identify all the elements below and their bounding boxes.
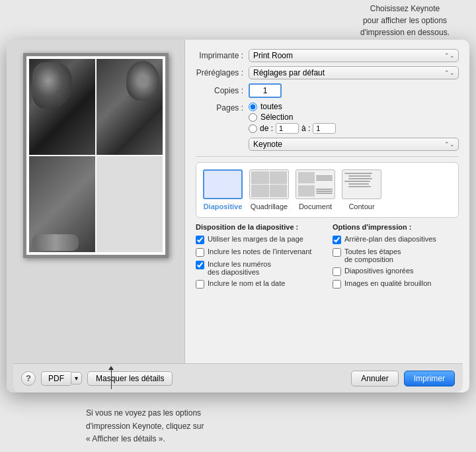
disposition-label-3: Inclure le nom et la date	[208, 279, 285, 287]
pages-selection-row: Sélection	[249, 113, 459, 122]
photo-empty	[97, 156, 163, 252]
impression-checkbox-1[interactable]	[333, 248, 341, 257]
printer-select[interactable]: Print Room	[249, 49, 459, 62]
disposition-label-0: Utiliser les marges de la page	[208, 235, 303, 243]
annuler-button[interactable]: Annuler	[351, 371, 398, 386]
copies-row: Copies :	[196, 83, 459, 98]
layout-document[interactable]: Document	[296, 169, 335, 210]
layout-quadrillage[interactable]: Quadrillage	[249, 169, 289, 210]
keynote-select[interactable]: Keynote	[249, 138, 459, 151]
pages-options: toutes Sélection de : à :	[249, 102, 459, 134]
impression-label-2: Diapositives ignorées	[344, 267, 414, 275]
help-button[interactable]: ?	[21, 371, 36, 386]
photo-lizard	[29, 156, 95, 252]
disposition-checkbox-0[interactable]	[196, 236, 204, 244]
annotation-bottom: Si vous ne voyez pas les options d'impre…	[86, 407, 204, 445]
pages-row: Pages : toutes Sélection de : à :	[196, 102, 459, 134]
impression-checkbox-3[interactable]	[333, 280, 341, 289]
bottom-bar: ? PDF ▾ Masquer les détails Annuler Impr…	[13, 363, 463, 392]
presets-select[interactable]: Réglages par défaut	[249, 66, 459, 79]
printer-select-wrapper: Print Room	[249, 49, 459, 62]
impression-label-3: Images en qualité brouillon	[344, 279, 431, 287]
presets-select-wrapper: Réglages par défaut	[249, 66, 459, 79]
preview-image	[23, 53, 169, 258]
document-label: Document	[299, 203, 332, 210]
masquer-details-button[interactable]: Masquer les détails	[87, 371, 173, 386]
diapositive-label: Diapositive	[204, 203, 243, 210]
disposition-col: Disposition de la diapositive : Utiliser…	[196, 223, 322, 292]
imprimer-button[interactable]: Imprimer	[404, 371, 455, 386]
impression-option-3: Images en qualité brouillon	[333, 279, 459, 289]
impression-option-1: Toutes les étapesde composition	[333, 248, 459, 263]
impression-label-1: Toutes les étapesde composition	[344, 248, 401, 263]
presets-label: Préréglages :	[196, 68, 249, 77]
disposition-option-3: Inclure le nom et la date	[196, 279, 322, 289]
presets-row: Préréglages : Réglages par défaut	[196, 66, 459, 79]
disposition-label-2: Inclure les numérosdes diapositives	[208, 260, 271, 276]
keynote-select-wrapper: Keynote	[249, 138, 459, 151]
printer-row: Imprimante : Print Room	[196, 49, 459, 62]
disposition-option-2: Inclure les numérosdes diapositives	[196, 260, 322, 276]
pdf-button[interactable]: PDF	[41, 371, 71, 386]
annotation-arrow-bottom	[111, 369, 112, 389]
settings-panel: Imprimante : Print Room Préréglages : Ré…	[185, 40, 469, 392]
pages-selection-label: Sélection	[260, 113, 293, 122]
document-icon	[296, 169, 335, 199]
copies-input[interactable]	[249, 83, 282, 98]
impression-title: Options d'impression :	[333, 223, 459, 231]
impression-checkbox-2[interactable]	[333, 267, 341, 276]
pages-all-radio[interactable]	[249, 103, 257, 111]
disposition-title: Disposition de la diapositive :	[196, 223, 322, 231]
options-sections: Disposition de la diapositive : Utiliser…	[196, 223, 459, 292]
preview-panel: « ‹ 1 sur 3 › »	[7, 40, 185, 392]
print-dialog: « ‹ 1 sur 3 › » Imprimante : Print Room	[7, 40, 469, 392]
impression-col: Options d'impression : Arrière-plan des …	[333, 223, 459, 292]
impression-label-0: Arrière-plan des diapositives	[344, 235, 436, 243]
photo-leopard	[29, 59, 95, 155]
disposition-checkbox-1[interactable]	[196, 248, 204, 257]
disposition-checkbox-2[interactable]	[196, 261, 204, 269]
annotation-top: Choisissez Keynote pour afficher les opt…	[360, 0, 450, 38]
divider-1	[196, 156, 459, 157]
copies-label: Copies :	[196, 86, 249, 95]
quadrillage-icon	[249, 169, 289, 199]
impression-option-2: Diapositives ignorées	[333, 267, 459, 276]
pages-all-label: toutes	[260, 102, 282, 111]
impression-option-0: Arrière-plan des diapositives	[333, 235, 459, 244]
pages-label: Pages :	[196, 102, 249, 113]
pages-from-input[interactable]	[276, 123, 299, 134]
pages-to-input[interactable]	[313, 123, 336, 134]
pages-range-row: de : à :	[249, 123, 459, 134]
pdf-dropdown-button[interactable]: ▾	[71, 372, 82, 384]
printer-label: Imprimante :	[196, 51, 249, 60]
disposition-option-0: Utiliser les marges de la page	[196, 235, 322, 244]
disposition-option-1: Inclure les notes de l'intervenant	[196, 248, 322, 257]
pdf-button-group: PDF ▾	[41, 371, 82, 386]
quadrillage-label: Quadrillage	[251, 203, 288, 210]
disposition-label-1: Inclure les notes de l'intervenant	[208, 248, 311, 255]
diapositive-icon	[203, 169, 243, 199]
pages-range-radio[interactable]	[249, 124, 257, 133]
contour-label: Contour	[348, 203, 374, 210]
keynote-row: Keynote	[196, 138, 459, 151]
pages-to-label: à :	[301, 124, 310, 133]
photo-parrot	[97, 59, 163, 155]
pages-from-label: de :	[260, 124, 273, 133]
disposition-checkbox-3[interactable]	[196, 280, 204, 289]
impression-checkbox-0[interactable]	[333, 236, 341, 244]
pages-selection-radio[interactable]	[249, 113, 257, 122]
layout-options: Diapositive Quadrillage	[196, 162, 459, 218]
layout-diapositive[interactable]: Diapositive	[203, 169, 243, 210]
pages-all-row: toutes	[249, 102, 459, 111]
layout-contour[interactable]: Contour	[342, 169, 381, 210]
contour-icon	[342, 169, 381, 199]
